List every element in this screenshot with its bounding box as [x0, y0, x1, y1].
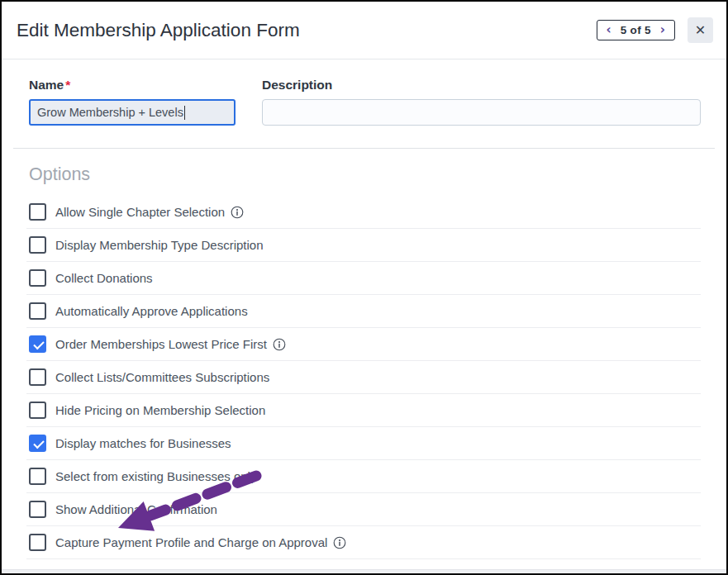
description-field-group: Description	[262, 78, 701, 126]
option-row: Display Membership Type Description	[26, 229, 701, 262]
option-checkbox[interactable]	[29, 501, 46, 518]
pager-prev-button[interactable]: ‹	[606, 24, 612, 36]
form-fields: Name* Grow Membership + Levels Descripti…	[2, 59, 726, 126]
option-checkbox[interactable]	[29, 368, 46, 386]
close-button[interactable]: ✕	[688, 17, 713, 43]
option-row: Collect Lists/Committees Subscriptions	[26, 361, 701, 394]
name-label: Name*	[29, 78, 236, 93]
record-pager: ‹ 5 of 5 ›	[597, 20, 675, 40]
options-list: Allow Single Chapter Selection Display M…	[26, 196, 701, 559]
info-icon[interactable]	[333, 536, 346, 549]
pager-next-button[interactable]: ›	[659, 24, 666, 36]
option-row: Collect Donations	[26, 262, 701, 295]
option-checkbox[interactable]	[29, 468, 46, 485]
option-row: Allow Single Chapter Selection	[26, 196, 701, 229]
name-field-group: Name* Grow Membership + Levels	[29, 78, 236, 126]
name-input-value: Grow Membership + Levels	[37, 106, 183, 119]
dialog-header: Edit Membership Application Form ‹ 5 of …	[2, 2, 726, 59]
dialog-title: Edit Membership Application Form	[17, 20, 597, 41]
chevron-left-icon: ‹	[607, 22, 611, 37]
option-row: Hide Pricing on Membership Selection	[26, 394, 701, 427]
option-checkbox[interactable]	[29, 302, 46, 320]
edit-membership-application-form-dialog: Edit Membership Application Form ‹ 5 of …	[0, 0, 728, 575]
option-checkbox[interactable]	[29, 236, 46, 254]
dialog-bottom-edge	[2, 569, 726, 573]
options-heading: Options	[29, 164, 726, 185]
option-row: Order Memberships Lowest Price First	[26, 328, 701, 361]
pager-label: 5 of 5	[621, 24, 651, 36]
option-checkbox[interactable]	[29, 534, 46, 551]
option-checkbox[interactable]	[29, 335, 46, 353]
option-label: Hide Pricing on Membership Selection	[55, 403, 265, 417]
option-label: Capture Payment Profile and Charge on Ap…	[55, 535, 327, 549]
section-divider	[13, 148, 715, 149]
option-label: Order Memberships Lowest Price First	[55, 337, 267, 351]
option-label: Display matches for Businesses	[55, 436, 231, 450]
info-icon[interactable]	[231, 206, 244, 219]
description-label: Description	[262, 78, 701, 93]
info-icon[interactable]	[273, 338, 286, 351]
option-label: Show Additional Confirmation	[55, 502, 217, 516]
option-row: Select from existing Businesses only	[26, 460, 701, 493]
option-label: Allow Single Chapter Selection	[55, 205, 225, 219]
option-label: Display Membership Type Description	[55, 238, 264, 252]
option-row: Display matches for Businesses	[26, 427, 701, 460]
close-icon: ✕	[695, 22, 706, 38]
option-row: Show Additional Confirmation	[26, 493, 701, 526]
option-row: Automatically Approve Applications	[26, 295, 701, 328]
option-checkbox[interactable]	[29, 269, 46, 287]
option-label: Collect Donations	[55, 271, 153, 285]
option-checkbox[interactable]	[29, 402, 46, 419]
option-label: Collect Lists/Committees Subscriptions	[55, 370, 269, 384]
option-checkbox[interactable]	[29, 435, 46, 452]
option-row: Capture Payment Profile and Charge on Ap…	[26, 526, 701, 559]
text-caret	[184, 106, 185, 120]
required-asterisk: *	[65, 78, 70, 92]
name-input[interactable]: Grow Membership + Levels	[29, 99, 236, 126]
option-checkbox[interactable]	[29, 203, 46, 221]
description-input[interactable]	[262, 99, 701, 126]
option-label: Automatically Approve Applications	[55, 304, 248, 318]
option-label: Select from existing Businesses only	[55, 469, 256, 483]
chevron-right-icon: ›	[660, 22, 665, 37]
